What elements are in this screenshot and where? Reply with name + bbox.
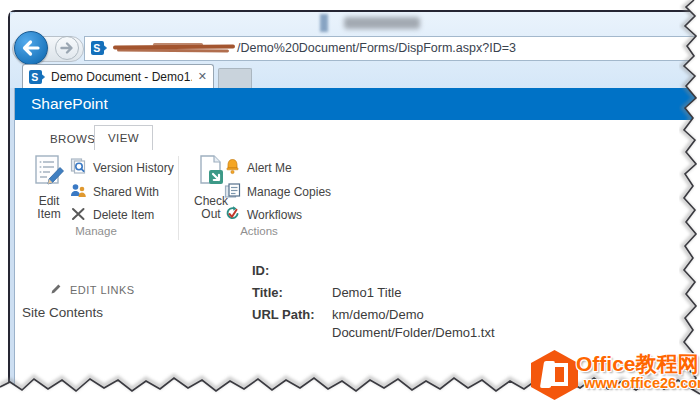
new-tab-button[interactable] (218, 68, 252, 88)
sharepoint-brand: SharePoint (31, 88, 108, 120)
field-value-id (332, 262, 522, 280)
field-value-url-path: km/demo/Demo Document/Folder/Demo1.txt (332, 306, 522, 342)
forward-button[interactable] (55, 36, 79, 60)
delete-item-button[interactable]: Delete Item (70, 205, 154, 225)
screenshot-stage: S /Demo%20Document/Forms/DispForm.aspx?I… (0, 0, 700, 401)
blurred-title-text (344, 17, 420, 29)
delete-item-label: Delete Item (93, 208, 154, 222)
blurred-title-decoration (320, 14, 328, 32)
manage-copies-icon (224, 182, 241, 202)
svg-text:S: S (31, 71, 38, 83)
check-out-label-line1: Check (194, 194, 228, 208)
redacted-url-scribble (113, 43, 235, 54)
form-row-title: Title: Demo1 Title (252, 284, 522, 302)
url-text[interactable]: /Demo%20Document/Forms/DispForm.aspx?ID=… (237, 41, 516, 55)
watermark-title: Office教程网 (576, 350, 699, 378)
field-label-id: ID: (252, 262, 332, 280)
sharepoint-favicon-icon: S (91, 40, 107, 56)
shared-with-label: Shared With (93, 185, 159, 199)
form-row-url-path: URL Path: km/demo/Demo Document/Folder/D… (252, 306, 522, 342)
version-history-icon (70, 158, 87, 178)
edit-item-label-line1: Edit (39, 194, 60, 208)
edit-item-icon (22, 153, 76, 192)
manage-copies-label: Manage Copies (247, 185, 331, 199)
shared-with-button[interactable]: Shared With (70, 182, 159, 202)
browser-window: S /Demo%20Document/Forms/DispForm.aspx?I… (8, 10, 700, 392)
version-history-button[interactable]: Version History (70, 158, 174, 178)
form-row-id: ID: (252, 262, 522, 280)
tab-title: Demo Document - Demo1.... (51, 70, 192, 84)
workflows-icon (224, 205, 241, 225)
watermark-site-url: www.office26.com (584, 375, 700, 391)
field-label-url-path: URL Path: (252, 306, 332, 342)
ribbon-group-divider (178, 156, 179, 240)
address-bar[interactable]: S /Demo%20Document/Forms/DispForm.aspx?I… (84, 36, 700, 61)
workflows-button[interactable]: Workflows (224, 205, 302, 225)
close-tab-icon[interactable]: ✕ (198, 70, 207, 83)
edit-item-button[interactable]: Edit Item (22, 153, 76, 221)
actions-group-label: Actions (186, 225, 332, 237)
sidebar-item-site-contents[interactable]: Site Contents (22, 305, 103, 320)
workflows-label: Workflows (247, 208, 302, 222)
alert-me-label: Alert Me (247, 161, 292, 175)
svg-text:S: S (93, 42, 100, 54)
browser-tab[interactable]: S Demo Document - Demo1.... ✕ (22, 64, 214, 88)
browser-chrome: S /Demo%20Document/Forms/DispForm.aspx?I… (10, 12, 700, 88)
field-value-title: Demo1 Title (332, 284, 522, 302)
manage-group-label: Manage (20, 225, 172, 237)
alert-me-button[interactable]: Alert Me (224, 158, 292, 178)
shared-with-icon (70, 182, 87, 202)
edit-item-label-line2: Item (37, 207, 60, 221)
delete-item-icon (70, 205, 87, 225)
edit-links-pencil-icon (50, 283, 62, 297)
alert-me-icon (224, 158, 241, 178)
check-out-label-line2: Out (201, 207, 220, 221)
suite-bar: SharePoint (15, 88, 700, 120)
tab-favicon-icon: S (29, 69, 45, 85)
ribbon-tab-view[interactable]: VIEW (94, 125, 153, 150)
edit-links-button[interactable]: EDIT LINKS (50, 283, 135, 297)
display-form: ID: Title: Demo1 Title URL Path: km/demo… (252, 262, 522, 346)
back-button[interactable] (14, 31, 48, 65)
field-label-title: Title: (252, 284, 332, 302)
edit-links-label: EDIT LINKS (70, 284, 135, 296)
version-history-label: Version History (93, 161, 174, 175)
manage-copies-button[interactable]: Manage Copies (224, 182, 331, 202)
